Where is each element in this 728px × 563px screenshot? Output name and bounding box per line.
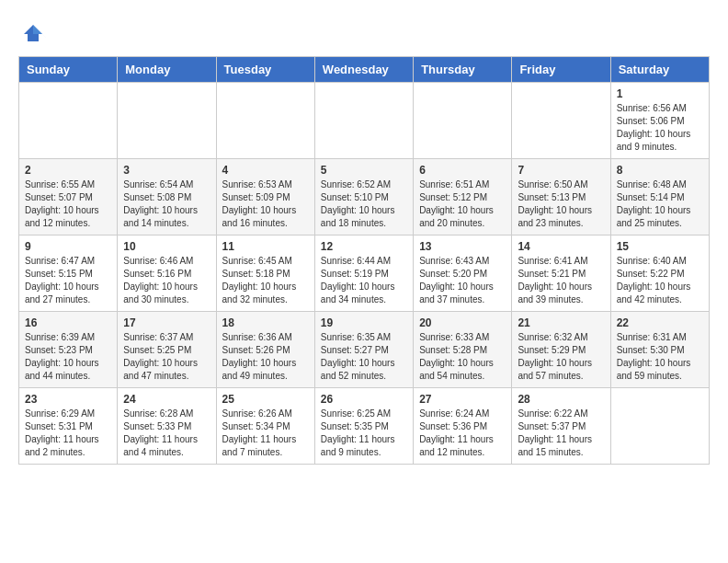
calendar-cell: 8Sunrise: 6:48 AM Sunset: 5:14 PM Daylig… <box>610 159 709 236</box>
day-number: 7 <box>518 164 604 177</box>
calendar-cell <box>314 83 413 159</box>
calendar-cell: 23Sunrise: 6:29 AM Sunset: 5:31 PM Dayli… <box>19 388 118 465</box>
calendar-cell: 1Sunrise: 6:56 AM Sunset: 5:06 PM Daylig… <box>610 83 709 159</box>
page-header <box>18 18 710 47</box>
day-info: Sunrise: 6:46 AM Sunset: 5:16 PM Dayligh… <box>123 255 210 306</box>
calendar-cell <box>19 83 118 159</box>
day-info: Sunrise: 6:24 AM Sunset: 5:36 PM Dayligh… <box>419 408 506 459</box>
day-info: Sunrise: 6:29 AM Sunset: 5:31 PM Dayligh… <box>25 408 111 459</box>
weekday-header-thursday: Thursday <box>414 57 512 83</box>
day-number: 13 <box>419 240 506 253</box>
calendar-cell <box>216 83 314 159</box>
calendar-cell <box>512 83 610 159</box>
calendar-cell: 5Sunrise: 6:52 AM Sunset: 5:10 PM Daylig… <box>314 159 413 236</box>
calendar-cell: 24Sunrise: 6:28 AM Sunset: 5:33 PM Dayli… <box>118 388 216 465</box>
weekday-header-tuesday: Tuesday <box>216 57 314 83</box>
calendar-body: 1Sunrise: 6:56 AM Sunset: 5:06 PM Daylig… <box>19 83 710 465</box>
calendar-cell <box>610 388 709 465</box>
day-number: 16 <box>25 316 111 329</box>
calendar-cell <box>118 83 216 159</box>
day-info: Sunrise: 6:31 AM Sunset: 5:30 PM Dayligh… <box>617 331 703 383</box>
day-info: Sunrise: 6:25 AM Sunset: 5:35 PM Dayligh… <box>321 408 407 459</box>
day-number: 27 <box>419 393 506 406</box>
day-info: Sunrise: 6:45 AM Sunset: 5:18 PM Dayligh… <box>222 255 309 306</box>
calendar-cell: 15Sunrise: 6:40 AM Sunset: 5:22 PM Dayli… <box>610 236 709 312</box>
calendar-cell: 18Sunrise: 6:36 AM Sunset: 5:26 PM Dayli… <box>216 312 314 388</box>
day-info: Sunrise: 6:47 AM Sunset: 5:15 PM Dayligh… <box>25 255 111 306</box>
calendar-week-3: 9Sunrise: 6:47 AM Sunset: 5:15 PM Daylig… <box>19 236 710 312</box>
calendar-header-row: SundayMondayTuesdayWednesdayThursdayFrid… <box>19 57 710 83</box>
day-info: Sunrise: 6:39 AM Sunset: 5:23 PM Dayligh… <box>25 331 111 383</box>
day-info: Sunrise: 6:36 AM Sunset: 5:26 PM Dayligh… <box>222 331 309 383</box>
calendar-week-5: 23Sunrise: 6:29 AM Sunset: 5:31 PM Dayli… <box>19 388 710 465</box>
calendar-cell: 2Sunrise: 6:55 AM Sunset: 5:07 PM Daylig… <box>19 159 118 236</box>
calendar-cell: 27Sunrise: 6:24 AM Sunset: 5:36 PM Dayli… <box>414 388 512 465</box>
calendar-cell: 10Sunrise: 6:46 AM Sunset: 5:16 PM Dayli… <box>118 236 216 312</box>
calendar-cell: 26Sunrise: 6:25 AM Sunset: 5:35 PM Dayli… <box>314 388 413 465</box>
day-info: Sunrise: 6:56 AM Sunset: 5:06 PM Dayligh… <box>617 102 703 154</box>
day-number: 10 <box>123 240 210 253</box>
day-number: 25 <box>222 393 309 406</box>
day-info: Sunrise: 6:51 AM Sunset: 5:12 PM Dayligh… <box>419 178 506 230</box>
calendar-week-1: 1Sunrise: 6:56 AM Sunset: 5:06 PM Daylig… <box>19 83 710 159</box>
day-info: Sunrise: 6:40 AM Sunset: 5:22 PM Dayligh… <box>617 255 703 306</box>
day-info: Sunrise: 6:50 AM Sunset: 5:13 PM Dayligh… <box>518 178 604 230</box>
day-info: Sunrise: 6:35 AM Sunset: 5:27 PM Dayligh… <box>321 331 407 383</box>
day-info: Sunrise: 6:32 AM Sunset: 5:29 PM Dayligh… <box>518 331 604 383</box>
day-info: Sunrise: 6:41 AM Sunset: 5:21 PM Dayligh… <box>518 255 604 306</box>
calendar-cell: 7Sunrise: 6:50 AM Sunset: 5:13 PM Daylig… <box>512 159 610 236</box>
day-info: Sunrise: 6:43 AM Sunset: 5:20 PM Dayligh… <box>419 255 506 306</box>
calendar-cell: 12Sunrise: 6:44 AM Sunset: 5:19 PM Dayli… <box>314 236 413 312</box>
day-info: Sunrise: 6:48 AM Sunset: 5:14 PM Dayligh… <box>617 178 703 230</box>
day-number: 17 <box>123 316 210 329</box>
day-info: Sunrise: 6:33 AM Sunset: 5:28 PM Dayligh… <box>419 331 506 383</box>
day-number: 28 <box>518 393 604 406</box>
day-number: 22 <box>617 316 703 329</box>
day-number: 20 <box>419 316 506 329</box>
calendar-cell: 6Sunrise: 6:51 AM Sunset: 5:12 PM Daylig… <box>414 159 512 236</box>
day-number: 11 <box>222 240 309 253</box>
calendar-cell: 22Sunrise: 6:31 AM Sunset: 5:30 PM Dayli… <box>610 312 709 388</box>
day-info: Sunrise: 6:53 AM Sunset: 5:09 PM Dayligh… <box>222 178 309 230</box>
day-number: 21 <box>518 316 604 329</box>
day-info: Sunrise: 6:22 AM Sunset: 5:37 PM Dayligh… <box>518 408 604 459</box>
calendar-cell: 9Sunrise: 6:47 AM Sunset: 5:15 PM Daylig… <box>19 236 118 312</box>
day-number: 5 <box>321 164 407 177</box>
day-info: Sunrise: 6:37 AM Sunset: 5:25 PM Dayligh… <box>123 331 210 383</box>
weekday-header-saturday: Saturday <box>610 57 709 83</box>
day-info: Sunrise: 6:44 AM Sunset: 5:19 PM Dayligh… <box>321 255 407 306</box>
day-info: Sunrise: 6:55 AM Sunset: 5:07 PM Dayligh… <box>25 178 111 230</box>
calendar-cell: 16Sunrise: 6:39 AM Sunset: 5:23 PM Dayli… <box>19 312 118 388</box>
day-number: 4 <box>222 164 309 177</box>
calendar-cell: 21Sunrise: 6:32 AM Sunset: 5:29 PM Dayli… <box>512 312 610 388</box>
day-number: 18 <box>222 316 309 329</box>
day-info: Sunrise: 6:52 AM Sunset: 5:10 PM Dayligh… <box>321 178 407 230</box>
calendar-cell: 20Sunrise: 6:33 AM Sunset: 5:28 PM Dayli… <box>414 312 512 388</box>
day-number: 23 <box>25 393 111 406</box>
day-number: 26 <box>321 393 407 406</box>
day-number: 6 <box>419 164 506 177</box>
calendar-week-4: 16Sunrise: 6:39 AM Sunset: 5:23 PM Dayli… <box>19 312 710 388</box>
day-info: Sunrise: 6:26 AM Sunset: 5:34 PM Dayligh… <box>222 408 309 459</box>
day-number: 24 <box>123 393 210 406</box>
calendar-week-2: 2Sunrise: 6:55 AM Sunset: 5:07 PM Daylig… <box>19 159 710 236</box>
calendar-cell: 11Sunrise: 6:45 AM Sunset: 5:18 PM Dayli… <box>216 236 314 312</box>
weekday-header-sunday: Sunday <box>19 57 118 83</box>
day-number: 15 <box>617 240 703 253</box>
day-number: 8 <box>617 164 703 177</box>
weekday-header-wednesday: Wednesday <box>314 57 413 83</box>
calendar-cell: 4Sunrise: 6:53 AM Sunset: 5:09 PM Daylig… <box>216 159 314 236</box>
day-number: 14 <box>518 240 604 253</box>
weekday-header-friday: Friday <box>512 57 610 83</box>
day-number: 19 <box>321 316 407 329</box>
day-number: 9 <box>25 240 111 253</box>
day-info: Sunrise: 6:54 AM Sunset: 5:08 PM Dayligh… <box>123 178 210 230</box>
calendar-cell <box>414 83 512 159</box>
calendar-cell: 13Sunrise: 6:43 AM Sunset: 5:20 PM Dayli… <box>414 236 512 312</box>
day-number: 12 <box>321 240 407 253</box>
calendar-cell: 25Sunrise: 6:26 AM Sunset: 5:34 PM Dayli… <box>216 388 314 465</box>
logo <box>18 23 46 47</box>
day-number: 1 <box>617 87 703 100</box>
day-info: Sunrise: 6:28 AM Sunset: 5:33 PM Dayligh… <box>123 408 210 459</box>
calendar-cell: 28Sunrise: 6:22 AM Sunset: 5:37 PM Dayli… <box>512 388 610 465</box>
